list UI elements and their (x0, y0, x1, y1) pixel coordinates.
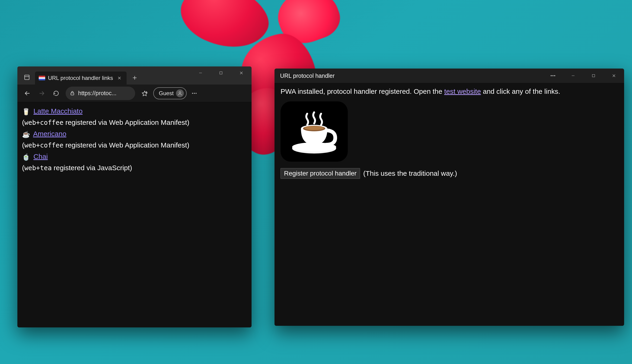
list-item: ☕️ Americano (22, 128, 247, 140)
coffee-cup-icon (281, 102, 348, 162)
site-info-icon[interactable] (70, 91, 75, 96)
svg-point-22 (554, 75, 555, 76)
avatar-icon (176, 90, 184, 97)
forward-button[interactable] (35, 86, 49, 100)
window-maximize-button[interactable] (583, 68, 604, 83)
browser-window: URL protocol handler links (17, 66, 252, 328)
status-text: PWA installed, protocol handler register… (281, 88, 618, 96)
window-controls (190, 66, 252, 80)
window-minimize-button[interactable] (563, 68, 583, 83)
tab-close-button[interactable] (116, 74, 123, 82)
drink-link[interactable]: Latte Macchiato (33, 107, 83, 115)
register-note: (This uses the traditional way.) (363, 170, 457, 177)
svg-point-18 (194, 92, 195, 94)
drink-emoji-icon: ☕️ (22, 130, 30, 140)
list-item-detail: (web+coffee registered via Web Applicati… (22, 117, 247, 128)
svg-point-19 (195, 92, 196, 94)
tab-strip: URL protocol handler links (17, 66, 252, 84)
window-close-button[interactable] (604, 68, 624, 83)
via-text: registered via Web Application Manifest) (65, 141, 189, 149)
svg-point-31 (304, 126, 324, 130)
tab-title: URL protocol handler links (48, 75, 113, 81)
protocol-name: web+coffee (24, 119, 64, 126)
protocol-name: web+coffee (24, 142, 64, 149)
svg-point-16 (179, 92, 181, 93)
vertical-tabs-button[interactable] (21, 71, 33, 84)
list-item: 🥛 Latte Macchiato (22, 106, 247, 117)
page-content: 🥛 Latte Macchiato (web+coffee registered… (17, 102, 252, 328)
new-tab-button[interactable] (128, 72, 141, 84)
refresh-button[interactable] (49, 86, 63, 100)
pwa-title: URL protocol handler (280, 72, 335, 79)
svg-rect-7 (220, 72, 222, 74)
svg-rect-12 (71, 93, 74, 95)
drink-emoji-icon: 🍵 (22, 152, 30, 162)
svg-point-17 (192, 92, 193, 94)
list-item: 🍵 Chai (22, 151, 247, 162)
back-button[interactable] (21, 86, 34, 100)
svg-point-21 (552, 75, 553, 76)
drink-link[interactable]: Chai (33, 152, 48, 160)
list-item-detail: (web+tea registered via JavaScript) (22, 162, 247, 174)
profile-button[interactable]: Guest (153, 87, 187, 99)
window-minimize-button[interactable] (190, 66, 211, 80)
svg-rect-24 (592, 74, 595, 77)
window-controls (543, 68, 624, 83)
via-text: registered via Web Application Manifest) (65, 118, 189, 126)
drink-emoji-icon: 🥛 (22, 107, 30, 117)
window-maximize-button[interactable] (211, 66, 231, 80)
url-text: https://protoc... (78, 90, 116, 96)
browser-tab[interactable]: URL protocol handler links (35, 72, 127, 84)
protocol-name: web+tea (24, 164, 52, 172)
more-menu-button[interactable] (187, 86, 201, 100)
pwa-content: PWA installed, protocol handler register… (275, 83, 624, 326)
browser-toolbar: https://protoc... Guest (17, 84, 252, 102)
favorites-button[interactable] (138, 86, 151, 100)
tab-favicon (39, 76, 45, 80)
via-text: registered via JavaScript) (54, 164, 132, 172)
svg-rect-0 (25, 75, 29, 80)
address-bar[interactable]: https://protoc... (66, 86, 135, 100)
test-website-link[interactable]: test website (444, 88, 481, 95)
register-protocol-button[interactable]: Register protocol handler (281, 168, 360, 179)
window-close-button[interactable] (231, 66, 252, 80)
profile-label: Guest (159, 90, 174, 96)
svg-point-20 (551, 75, 552, 76)
app-menu-button[interactable] (543, 73, 563, 79)
list-item-detail: (web+coffee registered via Web Applicati… (22, 140, 247, 151)
pwa-titlebar: URL protocol handler (275, 68, 624, 83)
pwa-window: URL protocol handler PWA installed, prot… (275, 68, 624, 326)
drink-link[interactable]: Americano (33, 130, 66, 138)
